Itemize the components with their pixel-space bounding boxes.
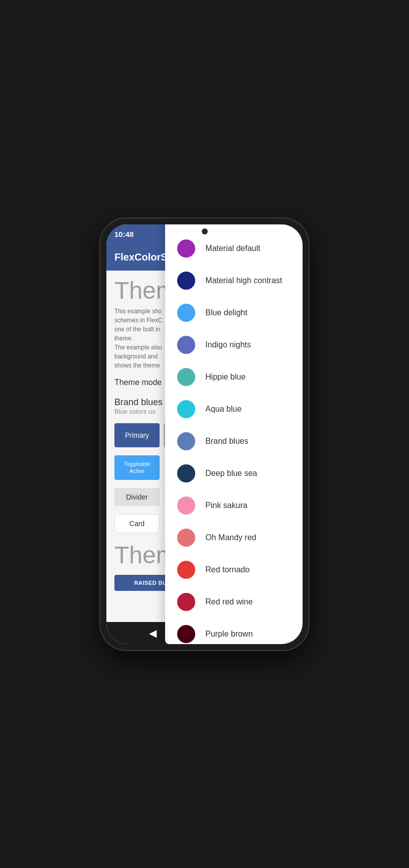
- back-button[interactable]: ◀: [149, 627, 157, 639]
- dropdown-label-oh-mandy-red: Oh Mandy red: [205, 533, 256, 542]
- dropdown-item-material-high-contrast[interactable]: Material high contrast: [165, 265, 303, 297]
- color-dot-red-red-wine: [177, 593, 195, 611]
- dropdown-item-pink-sakura[interactable]: Pink sakura: [165, 489, 303, 522]
- dropdown-item-red-tornado[interactable]: Red tornado: [165, 554, 303, 586]
- dropdown-item-deep-blue-sea[interactable]: Deep blue sea: [165, 457, 303, 489]
- dropdown-item-oh-mandy-red[interactable]: Oh Mandy red: [165, 522, 303, 554]
- dropdown-label-red-tornado: Red tornado: [205, 565, 249, 574]
- dropdown-label-purple-brown: Purple brown: [205, 630, 252, 639]
- dropdown-label-red-red-wine: Red red wine: [205, 597, 252, 606]
- app-bar-title: FlexColorSc: [114, 252, 173, 263]
- dropdown-item-material-default[interactable]: Material default: [165, 232, 303, 265]
- dropdown-item-purple-brown[interactable]: Purple brown: [165, 618, 303, 644]
- dropdown-label-pink-sakura: Pink sakura: [205, 501, 247, 510]
- camera: [202, 228, 208, 234]
- phone-frame: 10:48 A ⊙ ■ ▾ ▲ ▮ FlexColorSc Theme This…: [100, 218, 309, 650]
- dropdown-label-hippie-blue: Hippie blue: [205, 373, 245, 382]
- toggleable-button[interactable]: Toggleable Active: [114, 455, 160, 480]
- color-dot-purple-brown: [177, 625, 195, 643]
- dropdown-label-deep-blue-sea: Deep blue sea: [205, 469, 257, 478]
- divider-button[interactable]: Divider: [114, 488, 160, 506]
- card-button[interactable]: Card: [114, 514, 160, 533]
- color-dot-brand-blues: [177, 432, 195, 450]
- color-dot-blue-delight: [177, 304, 195, 322]
- dropdown-item-brand-blues[interactable]: Brand blues: [165, 425, 303, 457]
- dropdown-label-indigo-nights: Indigo nights: [205, 340, 251, 349]
- color-dot-red-tornado: [177, 561, 195, 579]
- color-dot-oh-mandy-red: [177, 529, 195, 547]
- dropdown-label-brand-blues: Brand blues: [205, 437, 248, 446]
- dropdown-label-blue-delight: Blue delight: [205, 308, 247, 317]
- dropdown-label-aqua-blue: Aqua blue: [205, 405, 241, 414]
- color-dot-aqua-blue: [177, 400, 195, 418]
- theme-dropdown[interactable]: Material defaultMaterial high contrastBl…: [165, 224, 303, 644]
- dropdown-item-aqua-blue[interactable]: Aqua blue: [165, 393, 303, 425]
- dropdown-label-material-high-contrast: Material high contrast: [205, 276, 282, 285]
- color-dot-material-default: [177, 239, 195, 258]
- dropdown-item-indigo-nights[interactable]: Indigo nights: [165, 329, 303, 361]
- color-dot-pink-sakura: [177, 497, 195, 515]
- color-dot-indigo-nights: [177, 336, 195, 354]
- dropdown-item-hippie-blue[interactable]: Hippie blue: [165, 361, 303, 393]
- color-dot-material-high-contrast: [177, 272, 195, 290]
- dropdown-item-blue-delight[interactable]: Blue delight: [165, 297, 303, 329]
- dropdown-label-material-default: Material default: [205, 244, 260, 253]
- color-dot-hippie-blue: [177, 368, 195, 386]
- primary-button[interactable]: Primary: [114, 423, 160, 448]
- color-dot-deep-blue-sea: [177, 464, 195, 482]
- phone-screen: 10:48 A ⊙ ■ ▾ ▲ ▮ FlexColorSc Theme This…: [106, 224, 303, 644]
- dropdown-item-red-red-wine[interactable]: Red red wine: [165, 586, 303, 618]
